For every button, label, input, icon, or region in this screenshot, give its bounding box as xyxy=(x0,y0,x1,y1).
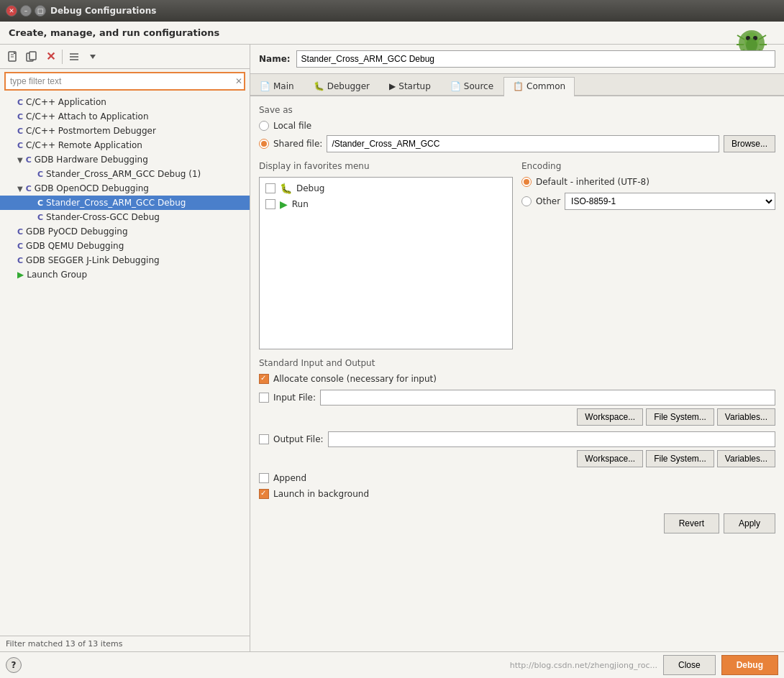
filter-input[interactable] xyxy=(4,72,245,91)
input-filesystem-btn[interactable]: File System... xyxy=(646,408,714,426)
output-file-input[interactable] xyxy=(328,431,775,447)
minimize-btn[interactable]: – xyxy=(20,5,32,17)
favorites-run-label: Run xyxy=(292,199,309,209)
local-file-radio[interactable] xyxy=(259,121,269,131)
collapse-btn[interactable] xyxy=(65,48,83,65)
more-btn[interactable] xyxy=(84,48,101,65)
encoding-other-label: Other xyxy=(536,196,560,206)
tree-item-label: GDB QEMU Debugging xyxy=(26,241,124,251)
output-file-row: Output File: xyxy=(259,431,775,447)
output-workspace-btn[interactable]: Workspace... xyxy=(577,450,643,467)
left-toolbar: ✕ xyxy=(0,45,250,69)
save-as-group: Local file Shared file: Browse... xyxy=(259,121,775,152)
window-title: Debug Configurations xyxy=(50,6,156,16)
local-file-label: Local file xyxy=(273,121,311,131)
shared-file-input[interactable] xyxy=(327,135,719,152)
revert-btn[interactable]: Revert xyxy=(664,513,719,533)
encoding-other-radio[interactable] xyxy=(521,196,532,206)
new-config-btn[interactable] xyxy=(4,48,22,65)
duplicate-btn[interactable] xyxy=(23,48,40,65)
output-variables-btn[interactable]: Variables... xyxy=(717,450,775,467)
output-file-btn-row: Workspace... File System... Variables... xyxy=(259,450,775,467)
tree-item-cc-postmortem[interactable]: C C/C++ Postmortem Debugger xyxy=(0,124,250,138)
tree-item-gdb-segger[interactable]: C GDB SEGGER J-Link Debugging xyxy=(0,253,250,267)
input-variables-btn[interactable]: Variables... xyxy=(717,408,775,426)
filter-status: Filter matched 13 of 13 items xyxy=(0,636,250,651)
encoding-default-label: Default - inherited (UTF-8) xyxy=(536,177,649,187)
window-controls[interactable]: ✕ – □ xyxy=(6,5,46,17)
tab-startup[interactable]: ▶ Startup xyxy=(380,77,440,95)
config-tabs: 📄 Main 🐛 Debugger ▶ Startup 📄 Source 📋 xyxy=(250,74,784,96)
tree-item-label: GDB PyOCD Debugging xyxy=(26,226,127,237)
allocate-console-row: Allocate console (necessary for input) xyxy=(259,374,775,384)
tree-item-gdb-qemu[interactable]: C GDB QEMU Debugging xyxy=(0,239,250,253)
allocate-console-label: Allocate console (necessary for input) xyxy=(273,374,437,384)
c-icon: C xyxy=(17,112,23,122)
favorites-label: Display in favorites menu xyxy=(259,161,513,171)
name-row: Name: xyxy=(250,45,784,74)
tree-item-stander-cross[interactable]: C Stander-Cross-GCC Debug xyxy=(0,210,250,224)
encoding-label: Encoding xyxy=(521,161,775,171)
encoding-default-radio[interactable] xyxy=(521,177,532,187)
input-workspace-btn[interactable]: Workspace... xyxy=(577,408,643,426)
favorites-run-checkbox[interactable] xyxy=(265,199,275,209)
tab-main[interactable]: 📄 Main xyxy=(250,77,304,95)
tree-item-stander-debug[interactable]: C Stander_Cross_ARM_GCC Debug xyxy=(0,196,250,210)
input-file-checkbox[interactable] xyxy=(259,393,269,403)
debugger-tab-icon: 🐛 xyxy=(314,81,324,91)
encoding-default-row: Default - inherited (UTF-8) xyxy=(521,177,775,187)
tree-item-cc-remote[interactable]: C C/C++ Remote Application xyxy=(0,138,250,152)
tree-item-gdb-hw[interactable]: ▼ C GDB Hardware Debugging xyxy=(0,152,250,167)
apply-btn[interactable]: Apply xyxy=(724,513,775,533)
tab-common[interactable]: 📋 Common xyxy=(503,77,575,96)
maximize-btn[interactable]: □ xyxy=(35,5,46,17)
output-filesystem-btn[interactable]: File System... xyxy=(646,450,714,467)
close-btn[interactable]: Close xyxy=(663,655,716,675)
tree-item-label: GDB SEGGER J-Link Debugging xyxy=(26,255,160,265)
filter-clear-btn[interactable]: ✕ xyxy=(235,76,242,86)
c-icon: C xyxy=(17,141,23,150)
config-action-row: Revert Apply xyxy=(259,513,775,533)
close-window-btn[interactable]: ✕ xyxy=(6,5,17,17)
favorites-debug-checkbox[interactable] xyxy=(265,183,275,193)
tree-item-gdb-pyocd[interactable]: C GDB PyOCD Debugging xyxy=(0,224,250,239)
tab-source[interactable]: 📄 Source xyxy=(441,77,503,95)
config-name-input[interactable] xyxy=(296,50,775,68)
svg-rect-16 xyxy=(29,52,36,60)
encoding-select[interactable]: ISO-8859-1 xyxy=(565,193,775,210)
allocate-console-checkbox[interactable] xyxy=(259,374,269,384)
append-checkbox[interactable] xyxy=(259,473,269,483)
tab-debugger[interactable]: 🐛 Debugger xyxy=(304,77,379,95)
favorites-list: 🐛 Debug ▶ Run xyxy=(259,177,513,349)
svg-marker-20 xyxy=(90,55,96,59)
c-icon: C xyxy=(17,242,23,251)
debug-btn[interactable]: Debug xyxy=(721,655,778,675)
tree-item-label: Launch Group xyxy=(27,270,87,280)
c-icon: C xyxy=(37,198,43,208)
input-file-label: Input File: xyxy=(273,393,316,403)
browse-btn[interactable]: Browse... xyxy=(724,135,775,152)
expand-icon: ▼ xyxy=(17,156,23,164)
input-file-input[interactable] xyxy=(320,390,775,406)
delete-btn[interactable]: ✕ xyxy=(42,48,59,65)
output-file-label: Output File: xyxy=(273,434,324,444)
c-icon: C xyxy=(17,98,23,107)
tree-item-cc-app[interactable]: C C/C++ Application xyxy=(0,95,250,109)
shared-file-radio[interactable] xyxy=(259,139,269,149)
help-btn[interactable]: ? xyxy=(6,657,22,673)
launch-bg-checkbox[interactable] xyxy=(259,489,269,499)
tree-item-gdb-openocd[interactable]: ▼ C GDB OpenOCD Debugging xyxy=(0,181,250,196)
shared-file-row: Shared file: Browse... xyxy=(259,135,775,152)
tree-item-label: C/C++ Attach to Application xyxy=(26,111,148,122)
tree-item-cc-attach[interactable]: C C/C++ Attach to Application xyxy=(0,109,250,124)
tree-item-label: C/C++ Postmortem Debugger xyxy=(26,126,156,136)
output-file-checkbox[interactable] xyxy=(259,434,269,444)
tab-startup-label: Startup xyxy=(398,81,431,91)
input-file-row: Input File: xyxy=(259,390,775,406)
tree-item-label: Stander_Cross_ARM_GCC Debug (1) xyxy=(46,169,201,179)
run-item-icon: ▶ xyxy=(280,198,288,210)
tree-item-stander-hw[interactable]: C Stander_Cross_ARM_GCC Debug (1) xyxy=(0,167,250,181)
shared-file-label: Shared file: xyxy=(273,139,322,149)
tree-item-launch-group[interactable]: ▶ Launch Group xyxy=(0,267,250,282)
launch-icon: ▶ xyxy=(17,270,24,280)
